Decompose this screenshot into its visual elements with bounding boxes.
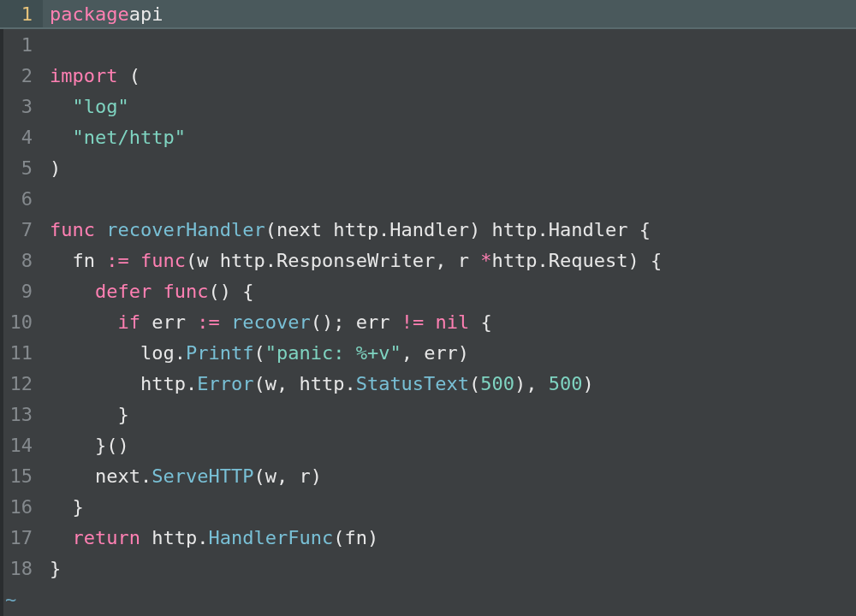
code-token: recover xyxy=(231,311,311,333)
line-number: 10 xyxy=(0,311,43,333)
code-line[interactable]: 1 xyxy=(0,29,856,60)
line-content[interactable]: } xyxy=(43,496,84,518)
code-token: log. xyxy=(50,342,186,364)
code-token: (w http.ResponseWriter, r xyxy=(186,250,480,271)
code-line[interactable]: 2import ( xyxy=(0,60,856,91)
code-token: }() xyxy=(50,435,129,456)
code-token: func xyxy=(163,281,208,302)
line-content[interactable]: defer func() { xyxy=(43,281,253,302)
code-token xyxy=(220,311,231,333)
code-token: ServeHTTP xyxy=(152,465,253,487)
title-bar: 1 package api xyxy=(0,0,856,29)
code-token: ( xyxy=(253,342,265,364)
code-token: () { xyxy=(208,281,253,302)
line-content[interactable]: return http.HandlerFunc(fn) xyxy=(43,527,378,548)
code-token: nil xyxy=(435,311,469,333)
code-token: recoverHandler xyxy=(106,219,265,240)
line-number: 11 xyxy=(0,342,43,364)
empty-line-marker: ~ xyxy=(0,583,856,614)
code-token: http.Request) { xyxy=(492,250,663,271)
code-token xyxy=(50,311,117,333)
code-token: ( xyxy=(117,65,140,86)
code-token: func xyxy=(50,219,95,240)
code-token: "log" xyxy=(73,96,129,117)
code-line[interactable]: 4 "net/http" xyxy=(0,121,856,152)
code-token xyxy=(50,281,95,302)
line-number: 12 xyxy=(0,373,43,394)
code-token: StatusText xyxy=(356,373,469,394)
code-line[interactable]: 7func recoverHandler(next http.Handler) … xyxy=(0,214,856,245)
code-token xyxy=(95,219,106,240)
code-line[interactable]: 18} xyxy=(0,553,856,583)
code-token: http. xyxy=(50,373,197,394)
code-token: := xyxy=(197,311,220,333)
code-line[interactable]: 8 fn := func(w http.ResponseWriter, r *h… xyxy=(0,245,856,275)
code-token: api xyxy=(129,3,163,25)
line-number: 6 xyxy=(0,188,43,210)
code-token: := xyxy=(106,250,129,271)
code-line[interactable]: 9 defer func() { xyxy=(0,275,856,306)
line-number: 8 xyxy=(0,250,43,271)
line-number: 1 xyxy=(0,34,43,56)
code-token: http. xyxy=(140,527,208,548)
line-content[interactable]: "net/http" xyxy=(43,127,186,148)
code-token: return xyxy=(73,527,140,548)
code-token xyxy=(424,311,435,333)
code-token: ), xyxy=(514,373,549,394)
line-number: 14 xyxy=(0,435,43,456)
line-content[interactable]: ) xyxy=(43,157,61,179)
code-token: 500 xyxy=(480,373,514,394)
code-token: defer xyxy=(95,281,152,302)
code-line[interactable]: 15 next.ServeHTTP(w, r) xyxy=(0,460,856,491)
code-token: * xyxy=(480,250,491,271)
code-token: next. xyxy=(50,465,152,487)
line-content[interactable]: fn := func(w http.ResponseWriter, r *htt… xyxy=(43,250,662,271)
line-content[interactable]: log.Printf("panic: %+v", err) xyxy=(43,342,469,364)
code-line[interactable]: 16 } xyxy=(0,491,856,522)
line-content[interactable]: next.ServeHTTP(w, r) xyxy=(43,465,322,487)
code-token: } xyxy=(50,496,84,518)
code-token xyxy=(50,96,73,117)
line-number: 16 xyxy=(0,496,43,518)
code-token: fn xyxy=(50,250,106,271)
code-line[interactable]: 5) xyxy=(0,152,856,183)
line-content[interactable]: func recoverHandler(next http.Handler) h… xyxy=(43,219,651,240)
title-line-number: 1 xyxy=(0,0,43,27)
code-editor[interactable]: 1 package api 12import (3 "log"4 "net/ht… xyxy=(0,0,856,616)
code-line[interactable]: 11 log.Printf("panic: %+v", err) xyxy=(0,337,856,368)
code-line[interactable]: 13 } xyxy=(0,399,856,429)
code-token: 500 xyxy=(549,373,583,394)
line-number: 13 xyxy=(0,404,43,425)
code-line[interactable]: 6 xyxy=(0,183,856,214)
code-token: (); err xyxy=(311,311,401,333)
line-number: 15 xyxy=(0,465,43,487)
title-code: package api xyxy=(43,0,163,27)
line-content[interactable]: } xyxy=(43,404,129,425)
code-line[interactable]: 3 "log" xyxy=(0,91,856,121)
code-token: ) xyxy=(50,157,61,179)
code-token: Error xyxy=(197,373,253,394)
code-token: { xyxy=(469,311,492,333)
line-number: 3 xyxy=(0,96,43,117)
line-number: 18 xyxy=(0,558,43,579)
code-token: != xyxy=(401,311,425,333)
line-content[interactable]: "log" xyxy=(43,96,129,117)
line-content[interactable]: }() xyxy=(43,435,129,456)
line-number: 5 xyxy=(0,157,43,179)
code-token: ( xyxy=(469,373,480,394)
code-area[interactable]: 12import (3 "log"4 "net/http"5)67func re… xyxy=(0,29,856,616)
line-content[interactable]: if err := recover(); err != nil { xyxy=(43,311,492,333)
code-token: (w, http. xyxy=(253,373,355,394)
code-token: if xyxy=(117,311,140,333)
code-line[interactable]: 12 http.Error(w, http.StatusText(500), 5… xyxy=(0,368,856,399)
line-content[interactable]: http.Error(w, http.StatusText(500), 500) xyxy=(43,373,594,394)
code-line[interactable]: 14 }() xyxy=(0,429,856,460)
line-content[interactable]: } xyxy=(43,558,61,579)
code-line[interactable]: 10 if err := recover(); err != nil { xyxy=(0,306,856,337)
line-content[interactable]: import ( xyxy=(43,65,140,86)
line-number: 4 xyxy=(0,127,43,148)
code-line[interactable]: 17 return http.HandlerFunc(fn) xyxy=(0,522,856,553)
line-number: 2 xyxy=(0,65,43,86)
code-token: (next http.Handler) http.Handler { xyxy=(265,219,651,240)
code-token: func xyxy=(140,250,186,271)
